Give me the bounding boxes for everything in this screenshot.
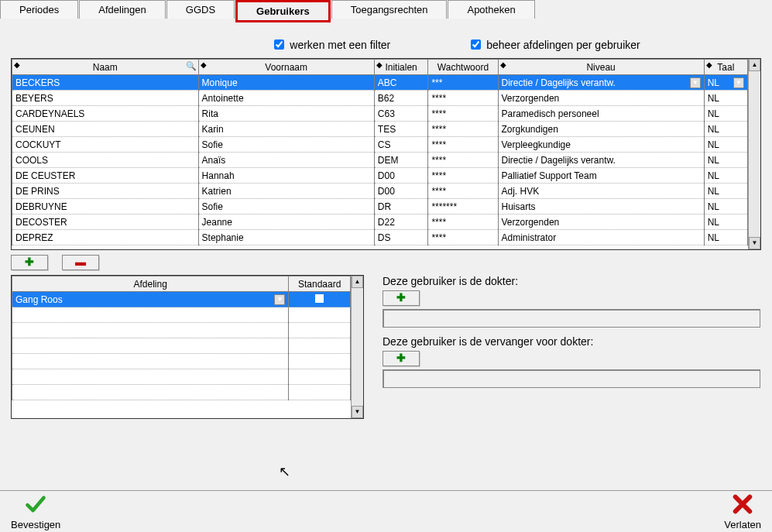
filter-checkbox[interactable]: werken met een filter	[271, 37, 390, 52]
cell-naam[interactable]: CEUNEN	[12, 122, 199, 137]
cell-naam[interactable]: DEPREZ	[12, 230, 199, 245]
table-row[interactable]: CARDEYNAELSRitaC63****Paramedisch person…	[12, 106, 748, 122]
scroll-up-icon[interactable]: ▲	[749, 59, 760, 71]
cell-wachtwoord[interactable]: ****	[428, 215, 498, 230]
cell-wachtwoord[interactable]: ****	[428, 122, 498, 137]
beheer-checkbox[interactable]: beheer afdelingen per gebruiker	[468, 37, 640, 52]
cell-voornaam[interactable]: Monique	[198, 75, 374, 91]
cell-voornaam[interactable]: Stephanie	[198, 230, 374, 245]
cell-voornaam[interactable]: Karin	[198, 122, 374, 137]
cell-standaard[interactable]	[289, 354, 351, 369]
cell-niveau[interactable]: Adj. HVK	[498, 184, 704, 199]
cell-niveau[interactable]: Verzorgenden	[498, 215, 704, 230]
col-voornaam[interactable]: ◆Voornaam	[198, 60, 374, 75]
cell-naam[interactable]: DE CEUSTER	[12, 168, 199, 184]
table-row[interactable]: CEUNENKarinTES****ZorgkundigenNL	[12, 122, 748, 137]
cell-afdeling[interactable]	[12, 338, 289, 354]
cell-niveau[interactable]: Zorgkundigen	[498, 122, 704, 137]
cell-afdeling[interactable]	[12, 323, 289, 338]
cell-voornaam[interactable]: Antoinette	[198, 91, 374, 106]
table-row[interactable]	[12, 307, 351, 323]
doctor-field[interactable]	[383, 309, 760, 328]
cell-initialen[interactable]: DR	[374, 199, 428, 215]
table-row[interactable]	[12, 369, 351, 385]
remove-button[interactable]: ▬	[62, 255, 99, 270]
cell-taal[interactable]: NL	[704, 122, 747, 137]
col-wachtwoord[interactable]: Wachtwoord	[428, 60, 498, 75]
cell-naam[interactable]: DECOSTER	[12, 215, 199, 230]
table-row[interactable]: DECOSTERJeanneD22****VerzorgendenNL	[12, 215, 748, 230]
cell-naam[interactable]: CARDEYNAELS	[12, 106, 199, 122]
cell-niveau[interactable]: Palliatief Support Team	[498, 168, 704, 184]
cell-taal[interactable]: NL	[704, 106, 747, 122]
users-table[interactable]: ◆Naam🔍 ◆Voornaam ◆Initialen Wachtwoord ◆…	[12, 59, 748, 245]
table-row[interactable]	[12, 323, 351, 338]
afdeling-table[interactable]: Afdeling Standaard Gang Roos▼	[12, 276, 351, 400]
col-niveau[interactable]: ◆Niveau	[498, 60, 704, 75]
beheer-chk-input[interactable]	[471, 39, 481, 50]
cell-standaard[interactable]	[289, 385, 351, 400]
cell-standaard[interactable]	[289, 307, 351, 323]
cell-initialen[interactable]: DEM	[374, 153, 428, 168]
col-afdeling[interactable]: Afdeling	[12, 276, 289, 292]
cell-wachtwoord[interactable]: ****	[428, 106, 498, 122]
cell-afdeling[interactable]: Gang Roos▼	[12, 292, 289, 307]
tab-gebruikers[interactable]: Gebruikers	[235, 0, 331, 22]
cell-taal[interactable]: NL	[704, 199, 747, 215]
cell-naam[interactable]: COOLS	[12, 153, 199, 168]
col-standaard[interactable]: Standaard	[289, 276, 351, 292]
cell-niveau[interactable]: Administrator	[498, 230, 704, 245]
cell-naam[interactable]: DEBRUYNE	[12, 199, 199, 215]
cell-initialen[interactable]: TES	[374, 122, 428, 137]
cell-taal[interactable]: NL	[704, 91, 747, 106]
filter-chk-input[interactable]	[274, 39, 284, 50]
col-taal[interactable]: ◆Taal	[704, 60, 747, 75]
add-doctor-button[interactable]: ✚	[383, 290, 420, 306]
cell-voornaam[interactable]: Anaïs	[198, 153, 374, 168]
table-row[interactable]: COCKUYTSofieCS****VerpleegkundigeNL	[12, 137, 748, 153]
cell-wachtwoord[interactable]: ****	[428, 230, 498, 245]
cell-initialen[interactable]: CS	[374, 137, 428, 153]
cell-taal[interactable]: NL	[704, 168, 747, 184]
tab-periodes[interactable]: Periodes	[0, 0, 78, 19]
chevron-down-icon[interactable]: ▼	[733, 77, 744, 88]
col-naam[interactable]: ◆Naam🔍	[12, 60, 199, 75]
cell-wachtwoord[interactable]: ****	[428, 91, 498, 106]
cell-initialen[interactable]: DS	[374, 230, 428, 245]
cell-afdeling[interactable]	[12, 385, 289, 400]
cell-wachtwoord[interactable]: ****	[428, 137, 498, 153]
table-row[interactable]: COOLSAnaïsDEM****Directie / Dagelijks ve…	[12, 153, 748, 168]
table-row[interactable]: DE CEUSTERHannahD00****Palliatief Suppor…	[12, 168, 748, 184]
table-row[interactable]	[12, 338, 351, 354]
tab-ggds[interactable]: GGDS	[166, 0, 235, 19]
tab-apotheken[interactable]: Apotheken	[448, 0, 534, 19]
leave-button[interactable]: Verlaten	[724, 493, 761, 530]
add-substitute-button[interactable]: ✚	[383, 351, 420, 366]
cell-taal[interactable]: NL	[704, 230, 747, 245]
cell-standaard[interactable]	[289, 369, 351, 385]
scroll-down-icon[interactable]: ▼	[749, 237, 760, 249]
cell-wachtwoord[interactable]: ****	[428, 184, 498, 199]
cell-taal[interactable]: NL	[704, 184, 747, 199]
cell-voornaam[interactable]: Jeanne	[198, 215, 374, 230]
cell-initialen[interactable]: B62	[374, 91, 428, 106]
table-row[interactable]: Gang Roos▼	[12, 292, 351, 307]
chevron-down-icon[interactable]: ▼	[690, 77, 701, 88]
table-row[interactable]: DEPREZStephanieDS****AdministratorNL	[12, 230, 748, 245]
add-button[interactable]: ✚	[11, 255, 48, 270]
cell-wachtwoord[interactable]: ***	[428, 75, 498, 91]
tab-toegangsrechten[interactable]: Toegangsrechten	[331, 0, 448, 19]
table-row[interactable]	[12, 385, 351, 400]
cell-niveau[interactable]: Huisarts	[498, 199, 704, 215]
cell-voornaam[interactable]: Rita	[198, 106, 374, 122]
cell-voornaam[interactable]: Katrien	[198, 184, 374, 199]
chevron-down-icon[interactable]: ▼	[274, 294, 285, 305]
cell-wachtwoord[interactable]: ****	[428, 153, 498, 168]
col-initialen[interactable]: ◆Initialen	[374, 60, 428, 75]
cell-naam[interactable]: DE PRINS	[12, 184, 199, 199]
cell-naam[interactable]: BECKERS	[12, 75, 199, 91]
scroll-down-icon[interactable]: ▼	[352, 406, 363, 418]
cell-taal[interactable]: NL	[704, 137, 747, 153]
cell-naam[interactable]: COCKUYT	[12, 137, 199, 153]
cell-naam[interactable]: BEYERS	[12, 91, 199, 106]
